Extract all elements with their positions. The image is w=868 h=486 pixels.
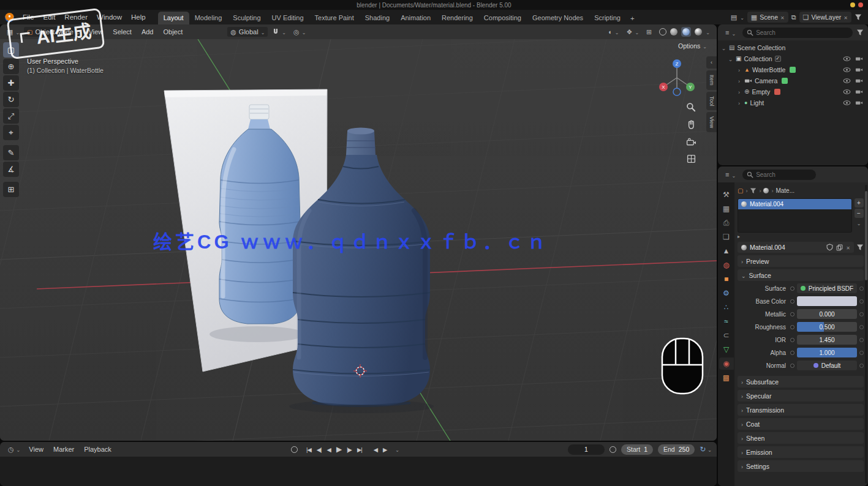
material-slot-selected[interactable]: Material.004: [738, 199, 851, 209]
viewport-menu-add[interactable]: Add: [137, 27, 158, 37]
viewport-menu-select[interactable]: Select: [108, 27, 136, 37]
jump-to-start-button[interactable]: |◀: [304, 445, 313, 454]
tool-transform[interactable]: ⌖: [3, 125, 19, 140]
animate-dot[interactable]: [859, 364, 864, 368]
sidebar-expand-arrow[interactable]: ‹: [706, 56, 717, 69]
tab-constraints[interactable]: ⊂: [719, 329, 734, 342]
tab-scripting[interactable]: Scripting: [589, 12, 626, 24]
play-button[interactable]: ▶: [334, 444, 343, 455]
alpha-slider[interactable]: 1.000: [797, 348, 857, 357]
shader-select-button[interactable]: Principled BSDF: [797, 283, 857, 293]
base-color-swatch[interactable]: [797, 296, 857, 306]
tool-scale[interactable]: ⤢: [3, 108, 19, 124]
expand-icon[interactable]: [736, 88, 742, 95]
next-keyframe-button[interactable]: |▶: [345, 445, 353, 454]
preview-section-header[interactable]: Preview: [738, 255, 864, 267]
xray-toggle[interactable]: ⊞: [643, 28, 655, 37]
material-name-field[interactable]: Material.004: [738, 242, 854, 253]
tab-object-data[interactable]: ▽: [719, 343, 734, 356]
end-frame-field[interactable]: End 250: [658, 444, 695, 455]
emission-section-header[interactable]: Emission: [738, 446, 864, 458]
start-frame-field[interactable]: Start 1: [621, 444, 653, 455]
frame-back-button[interactable]: ◀: [372, 445, 379, 454]
jump-to-end-button[interactable]: ▶|: [355, 445, 364, 454]
nodes-filter-icon[interactable]: [856, 244, 864, 251]
ior-slider[interactable]: 1.450: [797, 335, 857, 345]
tab-rendering[interactable]: Rendering: [436, 12, 478, 24]
timeline-menu-view[interactable]: View: [25, 444, 48, 454]
properties-editor-type-selector[interactable]: ≡: [722, 168, 739, 181]
tab-modifiers[interactable]: ⚙: [719, 287, 734, 299]
add-slot-button[interactable]: +: [855, 198, 864, 207]
outliner-row-waterbottle[interactable]: ▲ WaterBottle: [718, 64, 868, 75]
shading-rendered-icon[interactable]: [695, 28, 702, 36]
tool-annotate[interactable]: ✎: [3, 145, 19, 160]
duplicate-icon[interactable]: [836, 244, 843, 251]
auto-keyframe-toggle[interactable]: [291, 446, 298, 453]
tab-uv-editing[interactable]: UV Editing: [266, 12, 309, 24]
subsurface-section-header[interactable]: Subsurface: [738, 376, 864, 387]
screens-icon[interactable]: ▤: [731, 14, 737, 21]
tab-world[interactable]: ◍: [719, 259, 734, 271]
tab-geometry-nodes[interactable]: Geometry Nodes: [527, 12, 589, 24]
timeline-editor-type-selector[interactable]: ◷: [5, 444, 23, 454]
settings-section-header[interactable]: Settings: [738, 460, 864, 472]
tab-tool[interactable]: ⚒: [719, 189, 734, 201]
remove-slot-button[interactable]: −: [855, 209, 864, 218]
tab-view-layer[interactable]: ❏: [719, 231, 734, 243]
tool-cursor[interactable]: ⊕: [3, 59, 19, 74]
tab-output[interactable]: ⎙: [719, 217, 734, 229]
material-slot-list[interactable]: Material.004: [738, 198, 852, 233]
tool-measure[interactable]: ∡: [3, 162, 19, 177]
breadcrumb-object-icon[interactable]: ▢: [738, 187, 743, 194]
sidebar-tab-tool[interactable]: Tool: [706, 92, 717, 111]
animate-dot[interactable]: [859, 338, 864, 342]
outliner-row-collection[interactable]: ▣ Collection ✓: [718, 53, 868, 64]
keying-set-icon[interactable]: [609, 446, 616, 453]
prev-keyframe-button[interactable]: ◀|: [315, 445, 323, 454]
window-controls[interactable]: [850, 2, 863, 7]
tab-modeling[interactable]: Modeling: [189, 12, 228, 24]
roughness-slider[interactable]: 0.500: [797, 322, 857, 332]
metallic-slider[interactable]: 0.000: [797, 309, 857, 319]
tab-texture-paint[interactable]: Texture Paint: [309, 12, 360, 24]
breadcrumb-filter-icon[interactable]: [750, 187, 757, 194]
navigation-gizmo[interactable]: Z X Y: [655, 56, 698, 99]
viewlayer-unlink-icon[interactable]: [843, 13, 848, 21]
camera-view-button[interactable]: [684, 135, 698, 148]
overlays-toggle[interactable]: ❖: [624, 27, 643, 37]
screens-dropdown-arrow[interactable]: [740, 13, 744, 21]
outliner-row-camera[interactable]: Camera: [718, 75, 868, 86]
tab-sculpting[interactable]: Sculpting: [227, 12, 266, 24]
pan-button[interactable]: [684, 118, 698, 131]
sheen-section-header[interactable]: Sheen: [738, 432, 864, 444]
hide-eye-icon[interactable]: [843, 56, 851, 62]
hide-eye-icon[interactable]: [843, 100, 851, 106]
expand-icon[interactable]: [736, 66, 742, 73]
timeline-track-area[interactable]: [0, 457, 717, 486]
outliner-search-input[interactable]: [742, 28, 853, 38]
playback-sync-dropdown[interactable]: ↻: [700, 445, 712, 454]
snapping-toggle[interactable]: [269, 27, 289, 37]
surface-section-header[interactable]: Surface: [738, 269, 864, 281]
tab-object[interactable]: ■: [719, 273, 734, 285]
specular-section-header[interactable]: Specular: [738, 390, 864, 402]
viewlayer-selector[interactable]: ❏ ViewLayer: [799, 12, 851, 23]
render-visibility-icon[interactable]: [855, 100, 863, 106]
gizmos-toggle[interactable]: ◐: [605, 27, 622, 37]
animate-dot[interactable]: [859, 312, 864, 316]
properties-scrollbar[interactable]: [865, 185, 867, 484]
add-workspace-button[interactable]: +: [626, 12, 639, 24]
tab-scene[interactable]: ▲: [719, 245, 734, 257]
tool-move[interactable]: ✚: [3, 75, 19, 91]
shading-dropdown-arrow[interactable]: [706, 28, 710, 36]
breadcrumb-material-icon[interactable]: [763, 188, 769, 193]
filter-icon[interactable]: [855, 13, 862, 21]
proportional-editing-toggle[interactable]: ◎: [290, 27, 309, 37]
sidebar-tab-item[interactable]: Item: [706, 70, 717, 90]
hide-eye-icon[interactable]: [843, 78, 851, 84]
scene-selector[interactable]: ▦ Scene: [747, 12, 788, 23]
expand-icon[interactable]: [736, 99, 742, 107]
tab-animation[interactable]: Animation: [395, 12, 436, 24]
outliner-row-empty[interactable]: ⊕ Empty: [718, 86, 868, 97]
